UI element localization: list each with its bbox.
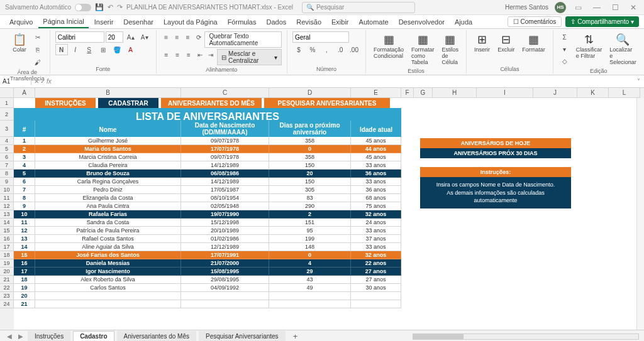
- align-middle-icon[interactable]: ≡: [172, 31, 182, 43]
- table-row[interactable]: 15José Farias dos Santos17/07/1991032 an…: [14, 251, 401, 259]
- wrap-text-button[interactable]: Quebrar Texto Automaticamente: [204, 31, 282, 48]
- row-header[interactable]: 3: [0, 121, 14, 137]
- menu-desenhar[interactable]: Desenhar: [119, 16, 158, 28]
- row-header[interactable]: 16: [0, 235, 14, 243]
- table-row[interactable]: 3Marcia Cristina Correia09/07/197835845 …: [14, 153, 401, 161]
- table-row[interactable]: 6Carla Regina Gonçalves14/12/198915033 a…: [14, 178, 401, 186]
- row-header[interactable]: 17: [0, 243, 14, 251]
- enter-formula-icon[interactable]: ✓: [40, 78, 45, 85]
- delete-cells-button[interactable]: ⊟Excluir: [495, 31, 517, 54]
- menu-dados[interactable]: Dados: [262, 16, 291, 28]
- paste-button[interactable]: 📋 Colar: [10, 31, 29, 54]
- row-header[interactable]: 7: [0, 161, 14, 170]
- insert-cells-button[interactable]: ⊞Inserir: [472, 31, 492, 54]
- align-top-icon[interactable]: ≡: [162, 31, 171, 43]
- menu-layout[interactable]: Layout da Página: [159, 16, 222, 28]
- row-header[interactable]: 22: [0, 284, 14, 292]
- font-name-select[interactable]: [55, 31, 104, 43]
- row-header[interactable]: 24: [0, 300, 14, 308]
- table-row[interactable]: 2Maria dos Santos17/07/1978044 anos: [14, 145, 401, 153]
- table-row[interactable]: 8Elizangela da Costa08/10/19548368 anos: [14, 194, 401, 202]
- ribbon-options-icon[interactable]: ▭: [572, 3, 584, 12]
- col-header-b[interactable]: B: [35, 88, 181, 98]
- row-header[interactable]: 23: [0, 292, 14, 300]
- vertical-scrollbar[interactable]: [636, 98, 644, 330]
- tab-cadastro[interactable]: Cadastro: [73, 331, 114, 341]
- border-button[interactable]: ⊞: [97, 44, 109, 55]
- increase-font-icon[interactable]: A▴: [125, 31, 137, 43]
- menu-desenvolvedor[interactable]: Desenvolvedor: [394, 16, 449, 28]
- align-bottom-icon[interactable]: ≡: [183, 31, 192, 43]
- menu-inserir[interactable]: Inserir: [90, 16, 118, 28]
- undo-icon[interactable]: ↶: [108, 3, 113, 11]
- menu-ajuda[interactable]: Ajuda: [450, 16, 477, 28]
- format-table-button[interactable]: ▦Formatar como Tabela: [409, 31, 437, 67]
- col-header-h[interactable]: H: [433, 88, 477, 98]
- font-color-button[interactable]: A: [125, 44, 137, 55]
- row-header[interactable]: 12: [0, 202, 14, 210]
- format-cells-button[interactable]: ▦Formatar: [519, 31, 548, 54]
- row-header[interactable]: 9: [0, 178, 14, 186]
- name-box[interactable]: A1: [0, 78, 31, 85]
- decrease-decimal-icon[interactable]: .00: [348, 44, 360, 55]
- merge-center-button[interactable]: ⊟ Mesclar e Centralizar ▾: [217, 49, 282, 65]
- sort-filter-button[interactable]: ⇅Classificar e Filtrar: [574, 31, 605, 60]
- btn-cadastrar[interactable]: CADASTRAR: [98, 98, 158, 108]
- table-row[interactable]: 5Bruno de Souza06/08/19862036 anos: [14, 170, 401, 178]
- row-header[interactable]: 4: [0, 137, 14, 145]
- row-header[interactable]: 1: [0, 98, 14, 108]
- comments-button[interactable]: ☐ Comentários: [508, 16, 562, 27]
- select-all-corner[interactable]: [0, 88, 14, 98]
- tab-instrucoes[interactable]: Instruções: [28, 331, 70, 341]
- row-header[interactable]: 14: [0, 219, 14, 227]
- row-header[interactable]: 19: [0, 259, 14, 268]
- col-header-l[interactable]: L: [609, 88, 640, 98]
- row-header[interactable]: 18: [0, 251, 14, 259]
- menu-pagina-inicial[interactable]: Página Inicial: [38, 16, 88, 28]
- col-header-j[interactable]: J: [533, 88, 577, 98]
- tab-prev-icon[interactable]: ◀: [5, 333, 14, 340]
- format-painter-icon[interactable]: 🖌: [31, 57, 44, 68]
- table-row[interactable]: 9Ana Paula Cintra02/05/194829075 anos: [14, 202, 401, 210]
- autosum-icon[interactable]: Σ: [558, 31, 571, 43]
- share-button[interactable]: ⇪ Compartilhamento ▾: [565, 16, 639, 27]
- table-row[interactable]: 7Pedro Diniz17/05/198730536 anos: [14, 186, 401, 194]
- table-row[interactable]: 16Daniela Messias21/07/2000422 anos: [14, 259, 401, 268]
- bold-button[interactable]: N: [55, 44, 68, 55]
- decrease-font-icon[interactable]: A▾: [138, 31, 151, 43]
- tab-aniversariantes-mes[interactable]: Aniversariantes do Mês: [117, 331, 197, 341]
- col-header-k[interactable]: K: [577, 88, 609, 98]
- save-icon[interactable]: 💾: [95, 3, 104, 11]
- percent-icon[interactable]: %: [306, 44, 319, 55]
- row-header[interactable]: 6: [0, 153, 14, 161]
- btn-aniv-mes[interactable]: ANIVERSARIANTES DO MÊS: [161, 98, 262, 108]
- horizontal-scrollbar[interactable]: [413, 333, 639, 340]
- font-size-select[interactable]: [106, 31, 123, 43]
- table-row[interactable]: 21: [14, 300, 401, 308]
- increase-decimal-icon[interactable]: .0: [334, 44, 347, 55]
- menu-revisao[interactable]: Revisão: [292, 16, 326, 28]
- fill-icon[interactable]: ▾: [558, 43, 571, 55]
- search-box[interactable]: 🔍 Pesquisar: [302, 2, 415, 13]
- table-row[interactable]: 10Rafaela Farias19/07/1990232 anos: [14, 210, 401, 219]
- indent-left-icon[interactable]: ⇤: [195, 49, 205, 60]
- tab-next-icon[interactable]: ▶: [16, 333, 25, 340]
- row-header[interactable]: 21: [0, 276, 14, 284]
- col-header-a[interactable]: A: [14, 88, 35, 98]
- currency-icon[interactable]: $: [292, 44, 305, 55]
- close-icon[interactable]: ✕: [628, 3, 639, 12]
- table-row[interactable]: 13Rafael Costa Santos01/02/198619937 ano…: [14, 235, 401, 243]
- avatar[interactable]: HS: [555, 2, 566, 13]
- orientation-icon[interactable]: ⟳: [194, 31, 203, 43]
- menu-automate[interactable]: Automate: [355, 16, 393, 28]
- fx-icon[interactable]: fx: [47, 78, 52, 85]
- cancel-formula-icon[interactable]: ✕: [34, 78, 39, 85]
- col-header-f[interactable]: F: [401, 88, 414, 98]
- cell-styles-button[interactable]: ▦Estilos de Célula: [440, 31, 462, 67]
- row-header[interactable]: 2: [0, 108, 14, 121]
- find-select-button[interactable]: 🔍Localizar e Selecionar: [607, 31, 639, 67]
- minimize-icon[interactable]: —: [591, 3, 603, 12]
- add-sheet-icon[interactable]: +: [288, 332, 303, 341]
- expand-formula-icon[interactable]: ˅: [637, 78, 644, 85]
- indent-right-icon[interactable]: ⇥: [206, 49, 216, 60]
